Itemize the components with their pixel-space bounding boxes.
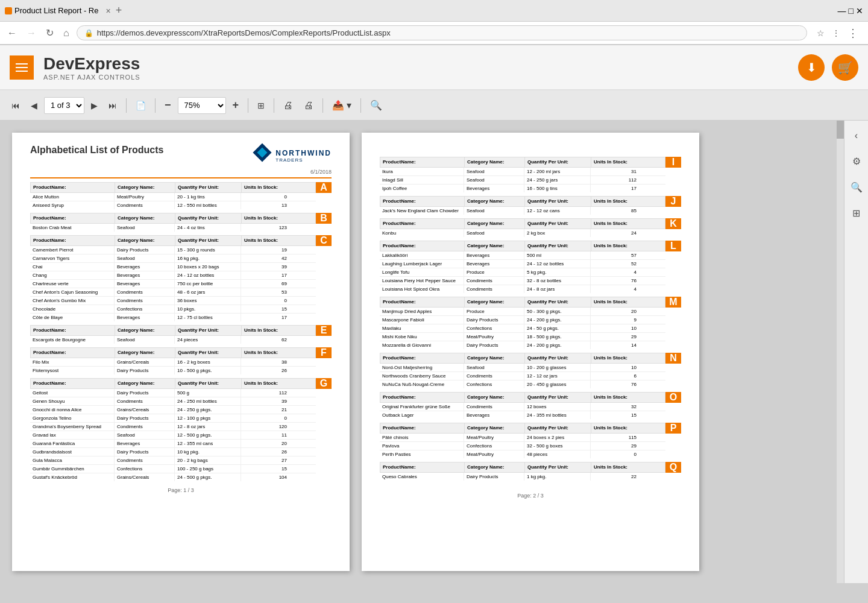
section-spacer-b xyxy=(316,224,332,232)
data-cell: 32 xyxy=(591,403,639,411)
zoom-select[interactable]: 50% 75% 100% 125% 150% xyxy=(178,97,226,114)
data-cell: Mishi Kobe Niku xyxy=(380,333,464,341)
page-setup-button[interactable]: 📄 xyxy=(131,96,150,115)
data-cell: 24 - 250 g pkgs. xyxy=(175,406,241,414)
data-cell: ProductName: xyxy=(380,197,465,206)
data-cell: 10 xyxy=(591,364,639,371)
print-button[interactable]: 🖨 xyxy=(279,96,297,115)
data-cell: Gula Malacca xyxy=(30,456,115,464)
section-o: ProductName: Category Name: Quantity Per… xyxy=(380,392,681,419)
data-cell: 5 kg pkg. xyxy=(524,268,591,276)
zoom-out-button[interactable]: − xyxy=(160,96,175,115)
data-cell: 2 kg box xyxy=(524,229,591,237)
data-cell: ProductName: xyxy=(380,463,465,472)
data-cell: Chang xyxy=(30,271,115,279)
data-cell: 76 xyxy=(591,277,639,285)
search-toolbar-button[interactable]: 🔍 xyxy=(366,96,386,115)
data-cell: Quantity Per Unit: xyxy=(525,353,591,363)
data-cell: Mascarpone Fabioli xyxy=(380,316,464,324)
hamburger-button[interactable] xyxy=(10,55,34,80)
print-page-button[interactable]: 🖨 xyxy=(300,96,318,115)
data-cell: Category Name: xyxy=(465,197,525,206)
data-cell: ProductName: xyxy=(31,236,115,245)
data-cell: Côte de Blaye xyxy=(30,314,115,321)
table-row: NuNuCa Nuß-Nougat-Creme Confections 20 -… xyxy=(380,380,665,388)
data-cell: Condiments xyxy=(115,297,175,305)
rows-p: Pâté chinois Meat/Poultry 24 boxes x 2 p… xyxy=(380,434,665,458)
data-cell: Seafood xyxy=(464,229,524,237)
table-row: Carnarvon Tigers Seafood 16 kg pkg. 42 xyxy=(30,254,316,263)
minimize-button[interactable]: — xyxy=(838,6,846,16)
report-divider xyxy=(30,177,332,178)
data-cell: Original Frankfurter grüne Soße xyxy=(380,403,464,411)
first-page-button[interactable]: ⏮ xyxy=(7,96,24,115)
data-cell: 53 xyxy=(241,288,289,296)
forward-button[interactable]: → xyxy=(24,27,39,40)
table-row: Pâté chinois Meat/Poultry 24 boxes x 2 p… xyxy=(380,434,665,442)
section-c-rows: Camembert Pierrot Dairy Products 15 - 30… xyxy=(30,246,332,321)
data-cell: Grains/Cereals xyxy=(115,473,175,481)
new-tab-button[interactable]: + xyxy=(116,4,122,17)
cart-button[interactable]: 🛒 xyxy=(832,54,858,81)
data-cell: Condiments xyxy=(464,285,524,293)
sitemap-panel-button[interactable]: ⊞ xyxy=(848,203,865,224)
data-cell: Beverages xyxy=(464,260,524,268)
section-spacer-i xyxy=(665,168,681,192)
data-cell: Grains/Cereals xyxy=(115,406,175,414)
multiple-pages-button[interactable]: ⊞ xyxy=(253,96,269,115)
section-c: ProductName: Category Name: Quantity Per… xyxy=(30,235,332,321)
rows-e: Escargots de Bourgogne Seafood 24 pieces… xyxy=(30,336,316,344)
scrollbar-thumb[interactable] xyxy=(837,121,844,139)
section-i-header: ProductName: Category Name: Quantity Per… xyxy=(380,157,681,168)
last-page-button[interactable]: ⏭ xyxy=(104,96,121,115)
table-row: Northwoods Cranberry Sauce Condiments 12… xyxy=(380,372,665,380)
data-cell: 9 xyxy=(591,316,639,324)
data-cell: Units In Stock: xyxy=(242,379,290,388)
section-spacer-g xyxy=(316,389,332,481)
menu-button[interactable]: ⋮ xyxy=(845,24,861,42)
tab-close-button[interactable]: × xyxy=(105,6,110,16)
extensions-button[interactable]: ⋮ xyxy=(829,26,843,40)
data-cell: ProductName: xyxy=(380,393,465,402)
data-cell: Geitost xyxy=(30,389,115,397)
pages-area[interactable]: Alphabetical List of Products NORTHWIND … xyxy=(0,121,844,583)
data-cell: 12 - 100 g pkgs xyxy=(175,414,241,422)
dx-logo-sub: ASP.NET AJAX CONTROLS xyxy=(43,74,140,81)
data-cell: Louisiana Hot Spiced Okra xyxy=(380,285,464,293)
data-cell: 85 xyxy=(591,207,639,215)
section-p-header: ProductName: Category Name: Quantity Per… xyxy=(380,423,681,434)
section-o-header: ProductName: Category Name: Quantity Per… xyxy=(380,392,681,403)
url-box[interactable]: 🔒 https://demos.devexpresscom/XtraReport… xyxy=(77,25,807,40)
prev-page-button[interactable]: ◀ xyxy=(27,96,42,115)
hamburger-line-3 xyxy=(16,71,28,72)
data-cell: 15 xyxy=(591,411,639,419)
table-row: Chang Beverages 24 - 12 oz bottles 17 xyxy=(30,271,316,280)
scrollbar-track[interactable] xyxy=(837,121,844,583)
export-button[interactable]: 📤 ▾ xyxy=(328,96,356,115)
data-cell: 6 xyxy=(591,372,639,380)
table-row: Inlagd Sill Seafood 24 - 250 g jars 112 xyxy=(380,176,665,185)
logo-text-block: NORTHWIND TRADERS xyxy=(275,149,332,163)
close-window-button[interactable]: ✕ xyxy=(856,6,863,16)
bookmark-button[interactable]: ☆ xyxy=(814,26,827,40)
data-cell: Outback Lager xyxy=(380,411,464,419)
data-cell: Units In Stock: xyxy=(591,297,640,307)
table-row: Camembert Pierrot Dairy Products 15 - 30… xyxy=(30,246,316,254)
table-row: Pavlova Confections 32 - 500 g boxes 29 xyxy=(380,442,665,450)
search-panel-button[interactable]: 🔍 xyxy=(846,177,867,198)
maximize-button[interactable]: □ xyxy=(849,6,854,16)
zoom-in-button[interactable]: + xyxy=(228,96,244,115)
data-cell: 500 g xyxy=(175,389,241,397)
download-button[interactable]: ⬇ xyxy=(798,54,825,81)
settings-panel-button[interactable]: ⚙ xyxy=(848,151,866,172)
rows-m: Manjimup Dried Apples Produce 50 - 300 g… xyxy=(380,308,665,349)
home-button[interactable]: ⌂ xyxy=(61,27,72,40)
data-cell: Dairy Products xyxy=(464,473,524,481)
page-select[interactable]: 1 of 3 2 of 3 3 of 3 xyxy=(44,97,84,114)
refresh-button[interactable]: ↻ xyxy=(43,26,56,40)
data-cell: 12 boxes xyxy=(524,403,591,411)
next-page-button[interactable]: ▶ xyxy=(87,96,102,115)
back-button[interactable]: ← xyxy=(5,27,19,40)
rows-b: Boston Crab Meat Seafood 24 - 4 oz tins … xyxy=(30,224,316,232)
collapse-panel-button[interactable]: ‹ xyxy=(850,125,863,146)
